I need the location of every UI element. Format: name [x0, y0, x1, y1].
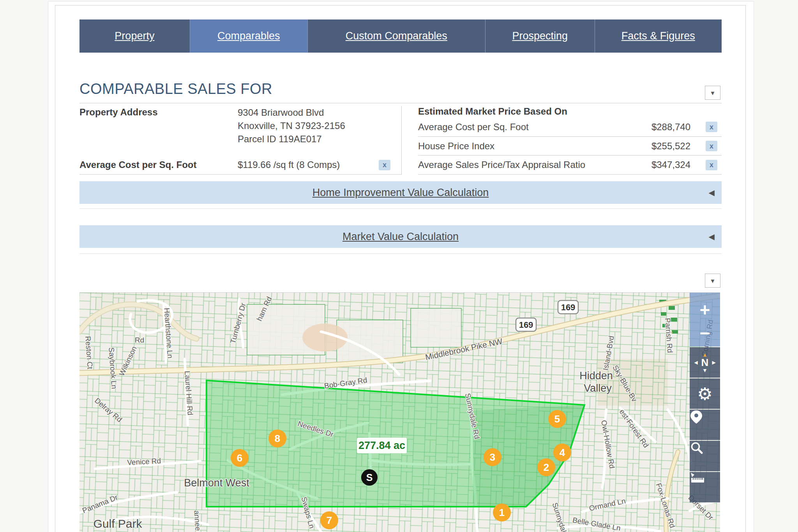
- svg-text:4: 4: [560, 447, 565, 458]
- route-shield: 169: [516, 318, 536, 331]
- svg-text:6: 6: [237, 452, 242, 464]
- route-shield: 169: [558, 300, 578, 314]
- pan-right-icon[interactable]: ▶: [712, 360, 715, 365]
- comp-marker-7[interactable]: 7: [320, 511, 338, 529]
- page-card-outer: PropertyComparablesCustom ComparablesPro…: [48, 1, 754, 532]
- svg-text:S: S: [366, 472, 373, 483]
- ruler-icon: [690, 472, 705, 485]
- map-settings-button[interactable]: ⚙: [690, 378, 720, 409]
- zoom-out-icon[interactable]: −: [700, 324, 710, 342]
- tab-prospecting[interactable]: Prospecting: [485, 19, 594, 53]
- map-zoom-control[interactable]: + −: [690, 293, 720, 346]
- place-label: Hidden: [579, 370, 613, 382]
- avg-cost-row: Average Cost per Sq. Foot $119.66 /sq ft…: [79, 159, 401, 174]
- estimate-label: House Price Index: [418, 141, 628, 152]
- property-address-value: 9304 Briarwood Blvd Knoxville, TN 37923-…: [238, 106, 345, 146]
- tab-facts-figures[interactable]: Facts & Figures: [595, 19, 722, 53]
- svg-text:3: 3: [490, 451, 495, 463]
- comparables-map[interactable]: 169169 Middlebrook Pike NWBob-Gray RdNee…: [79, 292, 720, 532]
- subject-marker[interactable]: S: [361, 469, 378, 486]
- tab-comparables[interactable]: Comparables: [190, 19, 307, 53]
- comp-marker-3[interactable]: 3: [484, 448, 501, 466]
- avg-cost-value: $119.66 /sq ft (8 Comps): [238, 159, 379, 170]
- address-line: 9304 Briarwood Blvd: [238, 106, 345, 119]
- property-info-panel: Property Address 9304 Briarwood Blvd Kno…: [79, 106, 722, 175]
- section-market-value[interactable]: Market Value Calculation ◀: [79, 225, 722, 248]
- svg-text:8: 8: [275, 433, 280, 444]
- map-collapse-button[interactable]: ▼: [705, 274, 720, 288]
- estimate-value: $255,522: [628, 141, 690, 152]
- close-icon: x: [383, 161, 387, 168]
- pan-left-icon[interactable]: ◀: [694, 360, 697, 365]
- place-label: Belmont West: [184, 477, 249, 489]
- svg-text:169: 169: [519, 320, 533, 330]
- tab-custom-comparables[interactable]: Custom Comparables: [307, 19, 485, 53]
- remove-avg-cost-button[interactable]: x: [379, 160, 390, 170]
- estimate-row: Average Sales Price/Tax Appraisal Ratio$…: [418, 156, 722, 175]
- svg-text:277.84 ac: 277.84 ac: [358, 440, 405, 451]
- road-label: Rd: [135, 336, 144, 344]
- heading-divider: [79, 103, 722, 103]
- chevron-left-icon: ◀: [709, 232, 715, 241]
- address-line: Knoxville, TN 37923-2156: [238, 119, 345, 133]
- comp-marker-6[interactable]: 6: [231, 449, 249, 467]
- map-canvas: 169169 Middlebrook Pike NWBob-Gray RdNee…: [79, 293, 720, 532]
- divider: [79, 209, 722, 209]
- estimate-label: Average Sales Price/Tax Appraisal Ratio: [418, 159, 628, 170]
- comp-marker-5[interactable]: 5: [548, 410, 566, 428]
- map-compass-control[interactable]: ▲ ◀ N ▶ ▼: [690, 347, 720, 378]
- chevron-down-icon: ▼: [710, 277, 716, 284]
- section-title: Market Value Calculation: [343, 231, 459, 243]
- remove-estimate-button[interactable]: x: [706, 160, 717, 170]
- estimates-header: Estimated Market Price Based On: [418, 106, 722, 118]
- location-pin-icon: [690, 410, 703, 424]
- main-tab-bar: PropertyComparablesCustom ComparablesPro…: [79, 19, 722, 53]
- gear-icon: ⚙: [697, 384, 712, 404]
- comp-marker-4[interactable]: 4: [553, 444, 571, 461]
- map-location-button[interactable]: [690, 410, 720, 440]
- estimate-value: $347,324: [628, 159, 690, 170]
- search-icon: [690, 441, 704, 455]
- avg-cost-label: Average Cost per Sq. Foot: [79, 159, 238, 170]
- remove-estimate-button[interactable]: x: [706, 141, 717, 151]
- north-label: N: [701, 357, 709, 368]
- heading-collapse-button[interactable]: ▼: [705, 86, 720, 100]
- section-title: Home Improvement Value Calculation: [312, 187, 489, 199]
- area-size-label: 277.84 ac: [357, 438, 407, 453]
- svg-text:5: 5: [554, 413, 560, 425]
- chevron-down-icon: ▼: [710, 90, 716, 96]
- pan-down-icon[interactable]: ▼: [702, 368, 708, 373]
- svg-text:1: 1: [499, 507, 505, 518]
- estimate-value: $288,740: [628, 122, 690, 133]
- estimate-label: Average Cost per Sq. Foot: [418, 122, 628, 133]
- place-label: Valley: [584, 382, 612, 394]
- zoom-in-icon[interactable]: +: [700, 301, 710, 319]
- divider: [79, 253, 722, 254]
- estimates-panel: Estimated Market Price Based On Average …: [401, 106, 722, 175]
- place-label: Gulf Park: [93, 517, 142, 530]
- estimate-row: Average Cost per Sq. Foot$288,740x: [418, 118, 722, 137]
- estimate-row: House Price Index$255,522x: [418, 137, 722, 156]
- svg-text:169: 169: [561, 302, 576, 312]
- svg-text:7: 7: [327, 514, 332, 526]
- map-measure-button[interactable]: [690, 472, 720, 502]
- svg-text:2: 2: [544, 461, 549, 473]
- map-search-button[interactable]: [690, 441, 720, 471]
- comp-marker-2[interactable]: 2: [537, 458, 555, 476]
- content-card: PropertyComparablesCustom ComparablesPro…: [55, 5, 746, 532]
- tab-property[interactable]: Property: [79, 19, 190, 53]
- comp-marker-8[interactable]: 8: [268, 429, 286, 447]
- subject-property-panel: Property Address 9304 Briarwood Blvd Kno…: [79, 106, 401, 175]
- remove-estimate-button[interactable]: x: [706, 122, 717, 132]
- section-home-improvement[interactable]: Home Improvement Value Calculation ◀: [79, 181, 722, 204]
- comp-marker-1[interactable]: 1: [493, 504, 511, 521]
- property-address-label: Property Address: [79, 106, 238, 146]
- address-line: Parcel ID 119AE017: [238, 133, 345, 146]
- chevron-left-icon: ◀: [709, 188, 715, 197]
- page-title: COMPARABLE SALES FOR: [79, 81, 272, 97]
